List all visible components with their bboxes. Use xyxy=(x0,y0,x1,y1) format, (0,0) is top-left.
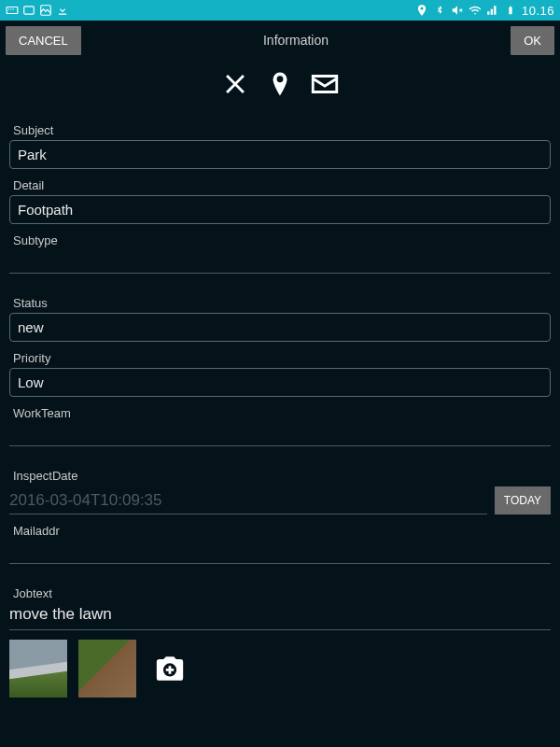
photo-thumbnail[interactable] xyxy=(78,640,136,698)
mute-icon xyxy=(451,4,464,17)
image-icon xyxy=(39,4,52,17)
jobtext-label: Jobtext xyxy=(9,586,551,600)
status-right: 10.16 xyxy=(415,4,554,18)
detail-input[interactable] xyxy=(9,195,551,224)
mail-icon[interactable] xyxy=(308,67,342,101)
status-label: Status xyxy=(9,296,551,310)
status-input[interactable] xyxy=(9,313,551,342)
form: Subject Detail Subtype Status Priority W… xyxy=(0,123,560,698)
svg-rect-4 xyxy=(24,7,35,14)
inspectdate-row: TODAY xyxy=(9,486,551,514)
bluetooth-icon xyxy=(433,4,446,17)
workteam-label: WorkTeam xyxy=(9,406,551,420)
svg-rect-1 xyxy=(8,8,9,9)
signal-icon xyxy=(486,4,499,17)
battery-icon xyxy=(504,4,517,17)
photo-row xyxy=(9,640,551,698)
header: CANCEL Information OK xyxy=(0,21,560,60)
cancel-button[interactable]: CANCEL xyxy=(6,26,81,55)
today-button[interactable]: TODAY xyxy=(495,486,551,514)
status-time: 10.16 xyxy=(522,4,554,18)
mailaddr-input[interactable] xyxy=(9,543,551,564)
subject-input[interactable] xyxy=(9,140,551,169)
keyboard-icon xyxy=(6,4,19,17)
priority-label: Priority xyxy=(9,351,551,365)
svg-rect-2 xyxy=(10,8,11,9)
pin-icon[interactable] xyxy=(263,67,297,101)
status-left xyxy=(6,4,69,17)
priority-input[interactable] xyxy=(9,368,551,397)
jobtext-value[interactable]: move the lawn xyxy=(9,603,551,630)
svg-rect-0 xyxy=(7,7,18,14)
status-bar: 10.16 xyxy=(0,0,560,21)
mailaddr-label: Mailaddr xyxy=(9,524,551,538)
ok-button[interactable]: OK xyxy=(511,26,554,55)
add-photo-button[interactable] xyxy=(147,646,192,691)
inspectdate-input[interactable] xyxy=(9,487,487,514)
close-icon[interactable] xyxy=(218,67,252,101)
subject-label: Subject xyxy=(9,123,551,137)
download-icon xyxy=(56,4,69,17)
page-title: Information xyxy=(263,33,329,48)
wifi-icon xyxy=(469,4,482,17)
detail-label: Detail xyxy=(9,178,551,192)
subtype-label: Subtype xyxy=(9,233,551,247)
inspectdate-label: InspectDate xyxy=(9,469,551,483)
workteam-input[interactable] xyxy=(9,426,551,446)
location-icon xyxy=(415,4,428,17)
screenshot-icon xyxy=(22,4,35,17)
action-icon-row xyxy=(0,60,560,114)
svg-rect-3 xyxy=(13,8,14,9)
photo-thumbnail[interactable] xyxy=(9,640,67,698)
subtype-input[interactable] xyxy=(9,253,551,274)
